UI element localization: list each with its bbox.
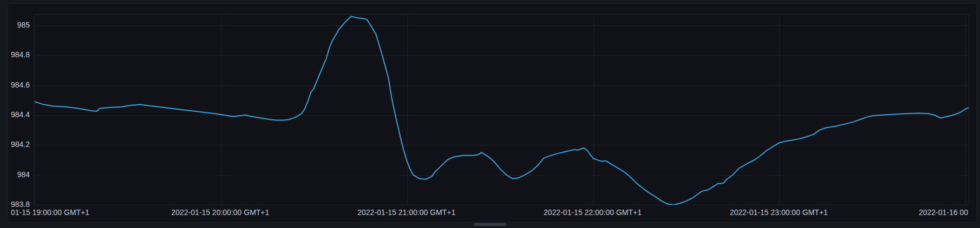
x-axis-label: 2022-01-16 00 <box>919 209 968 216</box>
y-axis-label: 984.2 <box>8 140 30 148</box>
horizontal-scrollbar-track <box>0 223 980 228</box>
series-line <box>35 16 969 205</box>
timeseries-panel: 985984.8984.6984.4984.2984983.8 01-15 19… <box>8 3 977 223</box>
y-axis-label: 984.4 <box>8 111 30 118</box>
x-axis-label: 2022-01-15 23:00:00 GMT+1 <box>730 209 828 216</box>
x-axis-label: 2022-01-15 22:00:00 GMT+1 <box>544 209 642 216</box>
x-axis-label: 2022-01-15 20:00:00 GMT+1 <box>171 209 269 216</box>
y-axis-label: 984.6 <box>8 81 30 89</box>
scrollbar-thumb[interactable] <box>474 223 506 226</box>
gridline-horizontal <box>35 205 969 205</box>
y-axis-label: 984 <box>8 171 30 178</box>
line-series-canvas <box>35 15 969 205</box>
plot-area[interactable] <box>34 14 969 205</box>
y-axis-label: 985 <box>8 21 30 29</box>
y-axis-label: 984.8 <box>8 51 30 58</box>
y-axis-label: 983.8 <box>8 200 30 208</box>
dashboard-page: 985984.8984.6984.4984.2984983.8 01-15 19… <box>0 0 980 228</box>
x-axis-label: 2022-01-15 21:00:00 GMT+1 <box>357 209 455 216</box>
x-axis-label: 01-15 19:00:00 GMT+1 <box>11 209 89 216</box>
